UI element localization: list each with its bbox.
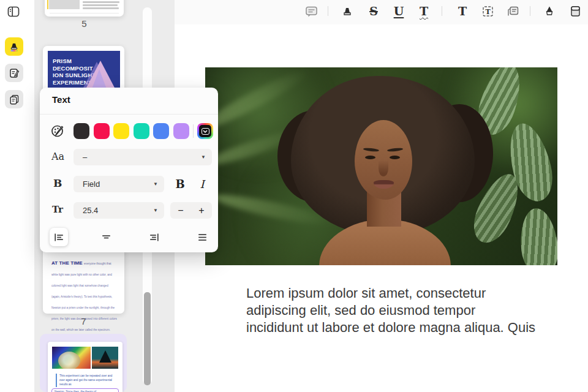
pages-copy-icon bbox=[9, 94, 20, 105]
chevron-down-icon: ▼ bbox=[153, 208, 158, 213]
color-swatch-red[interactable] bbox=[94, 123, 110, 139]
align-left-icon bbox=[54, 232, 64, 243]
style-row-label: B bbox=[53, 177, 62, 189]
palette-icon bbox=[50, 124, 65, 138]
thumbnail-page-5[interactable] bbox=[45, 0, 124, 17]
panel-divider bbox=[40, 114, 218, 115]
color-row-label bbox=[50, 124, 65, 141]
font-family-dropdown[interactable]: – ▼ bbox=[74, 149, 212, 165]
face bbox=[355, 120, 412, 200]
color-swatch-blue[interactable] bbox=[153, 123, 169, 139]
thumbnail-scrollbar-thumb[interactable] bbox=[144, 292, 151, 385]
body-text-line-3: incididunt ut labore et dolore magna ali… bbox=[246, 319, 565, 336]
align-right-button[interactable] bbox=[145, 228, 163, 246]
comment-note-icon bbox=[305, 5, 318, 18]
pencil-icon bbox=[543, 5, 556, 17]
body-text-line-1: Lorem ipsum dolor sit amet, consectetur bbox=[246, 285, 565, 302]
callout-icon bbox=[507, 5, 519, 18]
text-box-button[interactable]: T bbox=[481, 4, 494, 18]
page5-photo-placeholder bbox=[49, 0, 80, 9]
pages-tool-button[interactable] bbox=[5, 90, 23, 108]
underline-glyph: U bbox=[394, 6, 404, 17]
align-left-button[interactable] bbox=[50, 228, 68, 246]
size-row-label: Tr bbox=[52, 204, 63, 215]
chevron-down-icon: ▼ bbox=[201, 154, 206, 160]
body-text-line-2: adipiscing elit, sed do eiusmod tempor bbox=[246, 302, 565, 319]
swatch-separator bbox=[193, 124, 194, 138]
callout-button[interactable] bbox=[506, 4, 519, 18]
document-page: Lorem ipsum dolor sit amet, consectetur … bbox=[175, 24, 588, 392]
color-swatch-teal[interactable] bbox=[134, 123, 149, 139]
squiggly-glyph: T bbox=[420, 6, 428, 17]
bold-button[interactable]: B bbox=[171, 176, 189, 192]
squiggly-underline-button[interactable]: T bbox=[417, 4, 431, 18]
chevron-down-icon bbox=[202, 128, 209, 135]
align-center-icon bbox=[101, 232, 111, 243]
sidebar-toggle-button[interactable] bbox=[6, 4, 21, 19]
font-style-value: Field bbox=[83, 179, 100, 189]
highlighter-icon bbox=[9, 41, 20, 52]
size-increase-button[interactable]: + bbox=[191, 202, 212, 219]
font-size-dropdown[interactable]: 25.4 ▼ bbox=[74, 202, 164, 219]
toolbar-divider bbox=[328, 6, 328, 16]
page7-heading: AT THE TIME bbox=[51, 260, 84, 266]
font-style-dropdown[interactable]: Field ▼ bbox=[74, 176, 164, 192]
strikethrough-glyph: S bbox=[369, 6, 378, 17]
highlighter-icon bbox=[341, 5, 353, 17]
toolbar-divider bbox=[530, 6, 530, 16]
page5-accent-bar bbox=[47, 0, 48, 9]
page8-rainbow-image bbox=[52, 347, 91, 369]
color-swatch-purple[interactable] bbox=[173, 123, 189, 139]
align-center-button[interactable] bbox=[97, 228, 115, 246]
color-swatch-yellow[interactable] bbox=[113, 123, 129, 139]
tool-rail bbox=[0, 0, 34, 392]
portrait-photo[interactable] bbox=[205, 67, 557, 265]
page8-note-bar bbox=[56, 374, 57, 387]
panel-title: Text bbox=[52, 94, 70, 105]
highlight-tool-button[interactable] bbox=[5, 37, 23, 56]
font-family-value: – bbox=[83, 153, 87, 162]
text-box-icon: T bbox=[481, 5, 494, 18]
thumbnail-page-8-selection[interactable]: This experiment can be repeated over and… bbox=[40, 334, 127, 392]
pencil-button[interactable] bbox=[543, 4, 556, 18]
sidebar-toggle-icon bbox=[7, 6, 20, 18]
text-format-panel: Text Aa – ▼ B Field ▼ B I Tr bbox=[40, 88, 218, 252]
page8-text-box: Newton. Since then, the theory of bbox=[51, 388, 119, 392]
font-family-label: Aa bbox=[51, 151, 64, 162]
align-justify-button[interactable] bbox=[193, 228, 211, 246]
align-justify-icon bbox=[197, 232, 208, 243]
page5-divider bbox=[50, 13, 119, 13]
document-body-text[interactable]: Lorem ipsum dolor sit amet, consectetur … bbox=[246, 285, 565, 336]
page8-prism-photo bbox=[92, 347, 118, 369]
note-edit-icon bbox=[9, 68, 20, 78]
add-text-glyph: T bbox=[458, 6, 467, 17]
page6-prism-shadow bbox=[92, 69, 107, 89]
custom-color-picker-button[interactable] bbox=[197, 123, 213, 139]
page8-note-text: This experiment can be repeated over and… bbox=[59, 374, 118, 386]
font-size-stepper: − + bbox=[170, 202, 212, 219]
eraser-button[interactable] bbox=[568, 4, 582, 18]
add-text-button[interactable]: T bbox=[456, 4, 469, 18]
page-number-5: 5 bbox=[45, 18, 124, 29]
align-right-icon bbox=[149, 232, 159, 243]
toolbar-divider bbox=[442, 6, 442, 16]
font-size-value: 25.4 bbox=[83, 206, 98, 215]
thumbnail-page-8[interactable]: This experiment can be repeated over and… bbox=[48, 342, 123, 392]
comment-tool-button[interactable] bbox=[304, 4, 318, 18]
highlight-annotate-button[interactable] bbox=[341, 4, 354, 18]
eraser-icon bbox=[569, 5, 582, 18]
chevron-down-icon: ▼ bbox=[153, 181, 158, 187]
italic-button[interactable]: I bbox=[193, 176, 211, 192]
svg-text:T: T bbox=[485, 7, 491, 15]
strikethrough-button[interactable]: S bbox=[367, 4, 380, 18]
page-number-7: 7 bbox=[43, 316, 124, 326]
underline-button[interactable]: U bbox=[392, 4, 405, 18]
color-swatch-black[interactable] bbox=[74, 123, 89, 139]
size-decrease-button[interactable]: − bbox=[170, 202, 191, 219]
edit-note-tool-button[interactable] bbox=[5, 64, 23, 82]
